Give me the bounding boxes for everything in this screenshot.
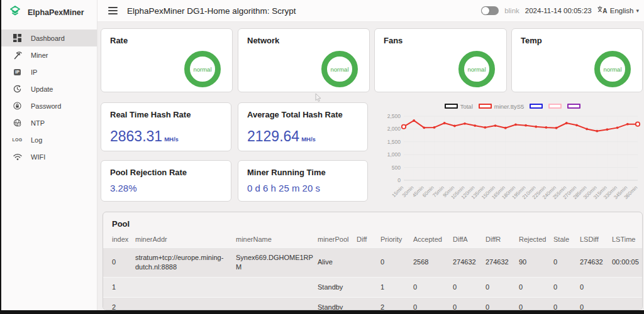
- y-tick-label: 2,000: [387, 126, 401, 132]
- brand-name: ElphaPexMiner: [28, 8, 84, 17]
- sidebar-item-ntp[interactable]: NTP: [1, 114, 97, 131]
- data-point: [504, 127, 507, 129]
- sidebar-menu: Dashboard Miner IP IP Update: [1, 30, 97, 165]
- legend-item[interactable]: [530, 104, 543, 109]
- status-card-title: Network: [247, 36, 279, 45]
- sidebar: ElphaPexMiner Dashboard Miner IP IP: [1, 0, 97, 310]
- sidebar-item-miner[interactable]: Miner: [1, 46, 97, 63]
- status-ring: normal: [594, 51, 631, 87]
- metric-title: Real Time Hash Rate: [110, 110, 191, 119]
- pool-table-header-row: index minerAddr minerName minerPool Diff…: [103, 231, 642, 248]
- metric-title: Pool Rejection Rate: [110, 168, 187, 177]
- sidebar-item-password[interactable]: Password: [1, 97, 97, 114]
- data-point: [555, 127, 558, 129]
- sidebar-item-label: NTP: [31, 119, 45, 127]
- data-point: [464, 122, 466, 125]
- language-selector[interactable]: A English ▾: [597, 5, 639, 16]
- data-point: [636, 122, 640, 126]
- column-header: minerName: [234, 231, 316, 248]
- data-point: [535, 126, 537, 128]
- status-ring: normal: [321, 51, 358, 87]
- metric-value: 2129.64MH/s: [247, 128, 316, 145]
- data-point: [423, 126, 425, 129]
- column-header: Stale: [552, 231, 578, 248]
- data-point: [474, 124, 476, 127]
- page-title: ElphaPexMiner DG1-Home algorithm: Scrypt: [127, 6, 296, 16]
- metric-card-realtime-hashrate: Real Time Hash Rate 2863.31MH/s: [101, 102, 231, 151]
- legend-swatch: [445, 104, 458, 109]
- data-point: [484, 126, 486, 129]
- legend-item[interactable]: [548, 104, 562, 109]
- pickaxe-icon: [12, 51, 23, 60]
- data-point: [433, 126, 436, 129]
- hashrate-chart: Totalminer.ttyS5 15min30min45min60min75m…: [382, 101, 643, 208]
- status-card-title: Temp: [521, 36, 542, 45]
- metric-title: Average Total Hash Rate: [247, 110, 343, 119]
- y-tick-label: 500: [392, 165, 401, 171]
- status-text: normal: [603, 66, 621, 73]
- data-point: [545, 126, 548, 129]
- blink-toggle[interactable]: [481, 6, 499, 15]
- chevron-down-icon: ▾: [636, 8, 639, 14]
- data-point: [586, 128, 588, 131]
- y-tick-label: 0: [397, 177, 401, 183]
- svg-text:A: A: [602, 8, 607, 14]
- data-point: [616, 126, 619, 129]
- metric-unit: MH/s: [164, 136, 179, 143]
- sidebar-item-label: Password: [31, 102, 61, 110]
- data-point: [606, 128, 609, 131]
- data-point: [494, 124, 497, 127]
- metric-title: Miner Running Time: [247, 168, 326, 177]
- column-header: Rejected: [517, 231, 552, 248]
- status-card-title: Rate: [110, 36, 128, 45]
- sidebar-item-dashboard[interactable]: Dashboard: [1, 30, 97, 46]
- metric-card-pool-rejection: Pool Rejection Rate 3.28%: [101, 160, 231, 202]
- legend-label: Total: [460, 103, 473, 110]
- log-icon: LOG: [12, 138, 23, 142]
- metric-value: 3.28%: [110, 183, 137, 193]
- status-card-temp: Temp normal: [511, 28, 643, 92]
- status-card-title: Fans: [384, 36, 402, 45]
- hamburger-menu-icon[interactable]: [108, 7, 118, 14]
- legend-label: miner.ttyS5: [494, 103, 525, 110]
- column-header: minerAddr: [133, 231, 234, 248]
- sidebar-item-label: Miner: [31, 51, 48, 59]
- sidebar-item-label: IP: [31, 68, 37, 76]
- column-header: Diff: [355, 231, 379, 248]
- app-frame: ElphaPexMiner Dashboard Miner IP IP: [0, 0, 644, 314]
- translate-icon: A: [597, 5, 608, 16]
- status-ring: normal: [458, 51, 495, 87]
- column-header: Accepted: [411, 231, 451, 248]
- legend-item[interactable]: Total: [445, 103, 473, 110]
- sidebar-item-label: Update: [31, 85, 53, 93]
- sidebar-item-ip[interactable]: IP IP: [1, 63, 97, 80]
- table-row: 1 Standby1 000 000: [103, 277, 642, 297]
- column-header: DiffA: [451, 231, 484, 248]
- sidebar-item-update[interactable]: Update: [1, 80, 97, 97]
- legend-swatch: [548, 104, 562, 109]
- metric-value: 2863.31MH/s: [110, 128, 179, 145]
- data-point: [402, 125, 406, 129]
- status-card-rate: Rate normal: [101, 28, 233, 92]
- legend-item[interactable]: miner.ttyS5: [479, 103, 525, 110]
- metric-card-average-hashrate: Average Total Hash Rate 2129.64MH/s: [238, 102, 368, 151]
- status-card-fans: Fans normal: [374, 28, 507, 92]
- sidebar-item-log[interactable]: LOG Log: [1, 131, 97, 148]
- metric-unit: MH/s: [301, 136, 316, 143]
- sidebar-item-wifi[interactable]: WIFI: [1, 148, 97, 165]
- status-ring: normal: [184, 51, 221, 87]
- header-right: blink 2024-11-14 00:05:23 A English ▾: [481, 5, 639, 16]
- y-tick-label: 1,500: [387, 139, 401, 145]
- column-header: LSDiff: [578, 231, 610, 248]
- legend-swatch: [567, 104, 580, 109]
- sidebar-item-label: Log: [31, 136, 42, 144]
- data-point: [525, 124, 527, 127]
- data-point: [596, 130, 598, 133]
- column-header: DiffR: [484, 231, 517, 248]
- y-tick-label: 1,000: [387, 151, 401, 158]
- data-point: [565, 122, 568, 124]
- table-row: 2 Standby2 000 000: [103, 297, 642, 310]
- data-point: [413, 119, 415, 122]
- legend-item[interactable]: [567, 104, 580, 109]
- status-text: normal: [330, 66, 348, 73]
